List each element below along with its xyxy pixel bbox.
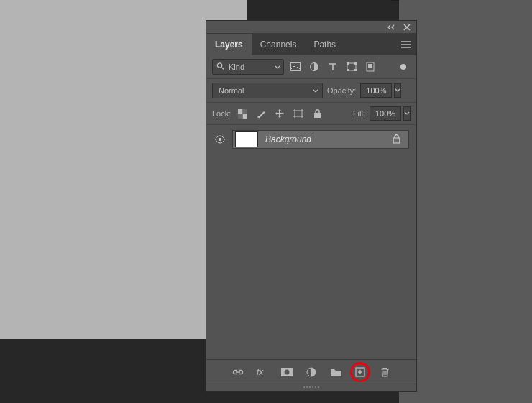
- visibility-toggle-icon[interactable]: [214, 133, 226, 146]
- filter-type-select[interactable]: Kind: [212, 59, 284, 75]
- fill-input[interactable]: 100%: [370, 106, 401, 121]
- tab-label: Layers: [215, 40, 243, 50]
- svg-rect-7: [354, 69, 357, 71]
- lock-label: Lock:: [212, 109, 231, 118]
- svg-rect-8: [367, 62, 374, 71]
- layer-mask-icon[interactable]: [280, 365, 294, 379]
- svg-rect-14: [295, 111, 302, 116]
- layers-list[interactable]: Background: [206, 125, 416, 359]
- layer-effects-icon[interactable]: fx: [255, 365, 270, 379]
- opacity-label: Opacity:: [327, 86, 356, 95]
- filter-type-icon[interactable]: [326, 60, 340, 74]
- tab-channels[interactable]: Channels: [252, 34, 306, 55]
- svg-point-16: [219, 138, 221, 141]
- filter-adjustment-icon[interactable]: [307, 60, 321, 74]
- opacity-dropdown[interactable]: [394, 83, 401, 98]
- delete-layer-icon[interactable]: [377, 365, 392, 379]
- filter-pixel-icon[interactable]: [288, 60, 303, 74]
- svg-rect-10: [238, 109, 243, 114]
- chevron-down-icon: [313, 86, 318, 95]
- svg-point-20: [285, 369, 290, 374]
- lock-pixels-icon[interactable]: [254, 106, 268, 121]
- tab-label: Paths: [313, 40, 336, 50]
- new-layer-icon[interactable]: [353, 365, 367, 379]
- layer-body[interactable]: Background: [232, 130, 409, 149]
- panel-menu-icon[interactable]: [399, 34, 413, 55]
- svg-rect-13: [238, 114, 243, 119]
- opacity-input[interactable]: 100%: [360, 83, 392, 98]
- svg-rect-12: [242, 109, 247, 114]
- blend-mode-select[interactable]: Normal: [212, 83, 323, 98]
- search-icon: [216, 62, 224, 72]
- lock-transparency-icon[interactable]: [235, 106, 249, 121]
- tab-paths[interactable]: Paths: [305, 34, 344, 55]
- svg-point-0: [217, 63, 221, 68]
- blend-row: Normal Opacity: 100%: [206, 79, 416, 103]
- fill-dropdown[interactable]: [403, 106, 411, 121]
- lock-all-icon[interactable]: [310, 106, 324, 121]
- fill-label: Fill:: [353, 109, 365, 118]
- svg-rect-15: [314, 113, 321, 118]
- adjustment-layer-icon[interactable]: [304, 365, 318, 379]
- svg-rect-19: [281, 368, 293, 376]
- svg-rect-22: [356, 368, 364, 376]
- lock-artboard-icon[interactable]: [291, 106, 306, 121]
- new-group-icon[interactable]: [329, 365, 343, 379]
- close-panel-icon[interactable]: [402, 22, 412, 32]
- svg-rect-6: [347, 69, 349, 71]
- layers-panel: Layers Channels Paths Kind Normal Opa: [206, 20, 417, 392]
- opacity-value: 100%: [366, 86, 386, 95]
- link-layers-icon[interactable]: [231, 365, 245, 379]
- chevron-down-icon: [275, 62, 280, 71]
- svg-rect-1: [291, 63, 301, 71]
- lock-position-icon[interactable]: [272, 106, 287, 121]
- layer-name[interactable]: Background: [265, 134, 385, 144]
- panel-titlebar: [206, 21, 416, 34]
- svg-rect-11: [242, 114, 247, 119]
- tab-label: Channels: [260, 40, 297, 50]
- svg-rect-17: [393, 138, 400, 143]
- panel-resize-handle[interactable]: [206, 384, 416, 391]
- tabs-row: Layers Channels Paths: [206, 34, 416, 55]
- svg-rect-4: [347, 62, 349, 65]
- layer-row[interactable]: Background: [206, 129, 416, 149]
- filter-row: Kind: [206, 55, 416, 79]
- filter-shape-icon[interactable]: [344, 60, 359, 74]
- blend-mode-value: Normal: [219, 86, 244, 95]
- tab-layers[interactable]: Layers: [206, 34, 252, 55]
- layer-lock-icon[interactable]: [393, 134, 403, 144]
- panel-footer: fx: [206, 359, 416, 384]
- svg-rect-9: [368, 64, 372, 68]
- filter-smart-icon[interactable]: [363, 60, 377, 74]
- highlight-circle: [350, 362, 370, 382]
- fill-value: 100%: [375, 109, 395, 118]
- collapse-panel-icon[interactable]: [386, 22, 396, 32]
- svg-point-21: [307, 368, 316, 376]
- svg-point-2: [311, 63, 318, 71]
- layer-thumbnail[interactable]: [235, 131, 258, 147]
- workspace-right-strip: [399, 0, 532, 403]
- svg-rect-3: [347, 63, 356, 70]
- svg-text:fx: fx: [257, 367, 264, 377]
- svg-rect-5: [354, 62, 357, 65]
- lock-row: Lock: Fill: 100%: [206, 103, 416, 125]
- filter-value: Kind: [229, 62, 244, 71]
- filter-toggle-dot[interactable]: [396, 60, 411, 74]
